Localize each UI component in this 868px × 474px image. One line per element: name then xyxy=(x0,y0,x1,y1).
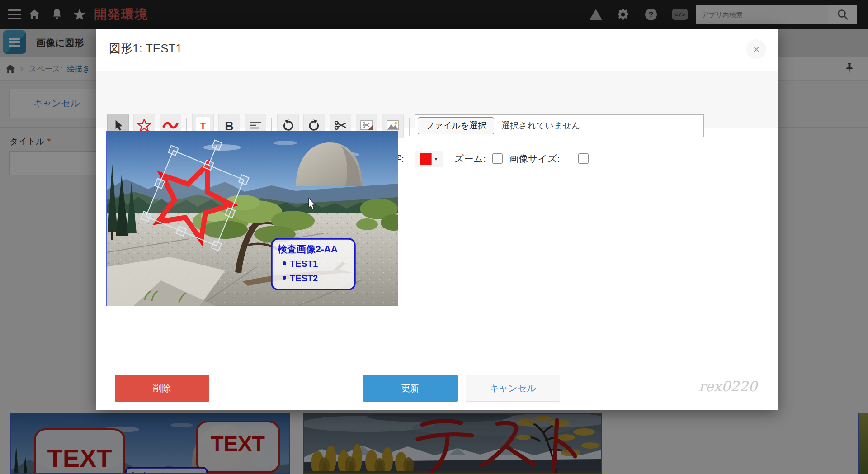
file-status-text: 選択されていません xyxy=(501,120,580,132)
align-lines-icon xyxy=(250,121,261,131)
plugin-credit: rex0220 xyxy=(698,378,757,394)
image-size-checkbox[interactable] xyxy=(578,153,589,164)
text-color-chip xyxy=(420,153,432,165)
annotation-title: 検査画像2-AA xyxy=(277,244,338,254)
image-size-label: 画像サイズ: xyxy=(509,150,560,167)
delete-button[interactable]: 削除 xyxy=(115,375,209,402)
canvas-image: 検査画像2-AA TEST1 TEST2 xyxy=(107,131,398,306)
annotation-box[interactable]: 検査画像2-AA TEST1 TEST2 xyxy=(272,239,355,289)
dialog-title: 図形1: TEST1 xyxy=(109,41,182,57)
update-button[interactable]: 更新 xyxy=(363,375,458,402)
zoom-label: ズーム: xyxy=(454,150,486,167)
bullet-icon xyxy=(283,261,286,265)
zoom-checkbox[interactable] xyxy=(492,153,503,164)
annotation-item-2: TEST2 xyxy=(290,273,318,283)
drawing-canvas[interactable]: 検査画像2-AA TEST1 TEST2 xyxy=(106,131,398,306)
squiggle-icon xyxy=(162,121,179,132)
toolbar: T B xyxy=(96,71,778,128)
modal-cancel-button[interactable]: キャンセル xyxy=(466,375,560,402)
screen: 開発環境 ? </> 画像に図形 › スペース: 絵描き xyxy=(0,0,868,474)
bullet-icon xyxy=(283,276,286,280)
annotation-item-1: TEST1 xyxy=(290,259,318,269)
file-select-button[interactable]: ファイルを選択 xyxy=(418,117,494,134)
toolbar-separator xyxy=(409,118,410,136)
close-icon[interactable]: × xyxy=(746,39,766,59)
text-color-picker[interactable]: ▼ xyxy=(415,151,443,167)
file-input: ファイルを選択 選択されていません xyxy=(415,114,704,137)
chevron-down-icon: ▼ xyxy=(434,156,439,161)
shape-editor-dialog: 図形1: TEST1 × T B xyxy=(96,29,778,410)
